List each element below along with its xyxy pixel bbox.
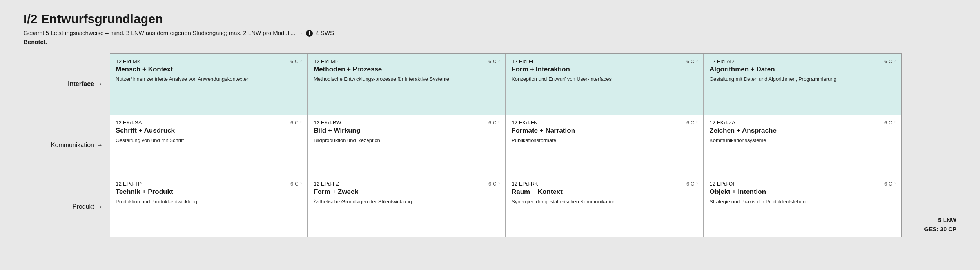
subtitle-arrow: →	[297, 29, 305, 36]
card-cp-ekd-bw: 6 CP	[488, 120, 500, 126]
card-cp-eid-mk: 6 CP	[290, 58, 302, 64]
card-epd-fz: 12 EPd-FZ 6 CP Form + Zweck Ästhetische …	[308, 176, 506, 237]
card-eid-mp: 12 EId-MP 6 CP Methoden + Prozesse Metho…	[308, 54, 506, 115]
card-desc-epd-fz: Ästhetische Grundlagen der Stilentwicklu…	[314, 198, 500, 206]
card-code-ekd-fn: 12 EKd-FN	[512, 120, 538, 126]
card-code-ekd-za: 12 EKd-ZA	[710, 120, 735, 126]
summary-lnw: 5 LNW	[924, 216, 956, 225]
card-desc-eid-fi: Konzeption und Entwurf von User-Interfac…	[512, 76, 698, 83]
card-cp-eid-fi: 6 CP	[686, 58, 698, 64]
card-eid-fi: 12 EId-FI 6 CP Form + Interaktion Konzep…	[506, 54, 704, 115]
label-produkt: Produkt →	[24, 176, 110, 237]
card-code-eid-fi: 12 EId-FI	[512, 58, 534, 64]
card-ekd-za: 12 EKd-ZA 6 CP Zeichen + Ansprache Kommu…	[704, 115, 901, 176]
card-desc-epd-oi: Strategie und Praxis der Produktentstehu…	[710, 198, 896, 206]
card-code-epd-fz: 12 EPd-FZ	[314, 181, 339, 187]
card-title-eid-mk: Mensch + Kontext	[116, 66, 302, 73]
card-ekd-sa: 12 EKd-SA 6 CP Schrift + Ausdruck Gestal…	[110, 115, 308, 176]
card-eid-ad: 12 EId-AD 6 CP Algorithmen + Daten Gesta…	[704, 54, 901, 115]
header: I/2 Entwurfsgrundlagen Gesamt 5 Leistung…	[24, 12, 956, 46]
subtitle: Gesamt 5 Leistungsnachweise – mind. 3 LN…	[24, 29, 956, 46]
cards-kommunikation: 12 EKd-SA 6 CP Schrift + Ausdruck Gestal…	[110, 115, 902, 176]
card-cp-epd-oi: 6 CP	[884, 181, 896, 187]
arrow-kommunikation: →	[96, 142, 103, 149]
card-title-ekd-za: Zeichen + Ansprache	[710, 127, 896, 135]
card-title-epd-rk: Raum + Kontext	[512, 188, 698, 196]
card-code-epd-tp: 12 EPd-TP	[116, 181, 142, 187]
card-desc-ekd-sa: Gestaltung von und mit Schrift	[116, 137, 302, 144]
summary-column: 5 LNW GES: 30 CP	[902, 53, 956, 237]
card-code-eid-ad: 12 EId-AD	[710, 58, 734, 64]
card-title-epd-fz: Form + Zweck	[314, 188, 500, 196]
card-title-eid-fi: Form + Interaktion	[512, 66, 698, 73]
card-title-ekd-fn: Formate + Narration	[512, 127, 698, 135]
label-interface: Interface →	[24, 53, 110, 115]
content-rows: Interface → 12 EId-MK 6 CP Mensch + Kont…	[24, 53, 902, 237]
subtitle-text: Gesamt 5 Leistungsnachweise – mind. 3 LN…	[24, 29, 296, 36]
card-desc-ekd-bw: Bildproduktion und Rezeption	[314, 137, 500, 144]
row-interface: Interface → 12 EId-MK 6 CP Mensch + Kont…	[24, 53, 902, 115]
card-epd-oi: 12 EPd-OI 6 CP Objekt + Intention Strate…	[704, 176, 901, 237]
card-ekd-bw: 12 EKd-BW 6 CP Bild + Wirkung Bildproduk…	[308, 115, 506, 176]
arrow-interface: →	[96, 80, 103, 88]
card-code-ekd-sa: 12 EKd-SA	[116, 120, 142, 126]
page-container: I/2 Entwurfsgrundlagen Gesamt 5 Leistung…	[0, 0, 980, 270]
card-code-line-eid-mk: 12 EId-MK 6 CP	[116, 58, 302, 64]
card-desc-eid-mk: Nutzer*innen zentrierte Analyse von Anwe…	[116, 76, 302, 83]
subtitle-sws: 4 SWS	[316, 29, 334, 36]
card-code-eid-mp: 12 EId-MP	[314, 58, 339, 64]
card-ekd-fn: 12 EKd-FN 6 CP Formate + Narration Publi…	[506, 115, 704, 176]
card-title-ekd-sa: Schrift + Ausdruck	[116, 127, 302, 135]
card-title-epd-oi: Objekt + Intention	[710, 188, 896, 196]
card-cp-ekd-sa: 6 CP	[290, 120, 302, 126]
card-cp-epd-fz: 6 CP	[488, 181, 500, 187]
card-code-epd-rk: 12 EPd-RK	[512, 181, 538, 187]
summary-text: 5 LNW GES: 30 CP	[924, 216, 956, 234]
card-desc-eid-mp: Methodische Entwicklungs-prozesse für in…	[314, 76, 500, 83]
page-title: I/2 Entwurfsgrundlagen	[24, 12, 956, 26]
card-cp-epd-rk: 6 CP	[686, 181, 698, 187]
card-desc-ekd-za: Kommunikationssysteme	[710, 137, 896, 144]
main-layout: Interface → 12 EId-MK 6 CP Mensch + Kont…	[24, 53, 956, 237]
summary-ges: GES: 30 CP	[924, 225, 956, 234]
card-desc-epd-tp: Produktion und Produkt-entwicklung	[116, 198, 302, 206]
card-cp-eid-mp: 6 CP	[488, 58, 500, 64]
subtitle-grade: Benotet.	[24, 38, 47, 45]
card-code-ekd-bw: 12 EKd-BW	[314, 120, 341, 126]
card-cp-ekd-fn: 6 CP	[686, 120, 698, 126]
card-epd-tp: 12 EPd-TP 6 CP Technik + Produkt Produkt…	[110, 176, 308, 237]
card-title-ekd-bw: Bild + Wirkung	[314, 127, 500, 135]
card-cp-epd-tp: 6 CP	[290, 181, 302, 187]
card-title-eid-mp: Methoden + Prozesse	[314, 66, 500, 73]
card-cp-eid-ad: 6 CP	[884, 58, 896, 64]
card-epd-rk: 12 EPd-RK 6 CP Raum + Kontext Synergien …	[506, 176, 704, 237]
card-desc-ekd-fn: Publikationsformate	[512, 137, 698, 144]
card-cp-ekd-za: 6 CP	[884, 120, 896, 126]
card-title-eid-ad: Algorithmen + Daten	[710, 66, 896, 73]
card-desc-eid-ad: Gestaltung mit Daten und Algorithmen, Pr…	[710, 76, 896, 83]
row-kommunikation: Kommunikation → 12 EKd-SA 6 CP Schrift +…	[24, 115, 902, 176]
row-produkt: Produkt → 12 EPd-TP 6 CP Technik + Produ…	[24, 176, 902, 237]
card-eid-mk: 12 EId-MK 6 CP Mensch + Kontext Nutzer*i…	[110, 54, 308, 115]
label-kommunikation: Kommunikation →	[24, 115, 110, 176]
cards-produkt: 12 EPd-TP 6 CP Technik + Produkt Produkt…	[110, 176, 902, 237]
card-title-epd-tp: Technik + Produkt	[116, 188, 302, 196]
card-code-epd-oi: 12 EPd-OI	[710, 181, 734, 187]
card-desc-epd-rk: Synergien der gestalterischen Kommunikat…	[512, 198, 698, 206]
cards-interface: 12 EId-MK 6 CP Mensch + Kontext Nutzer*i…	[110, 53, 902, 115]
card-code-eid-mk: 12 EId-MK	[116, 58, 141, 64]
arrow-produkt: →	[96, 203, 103, 210]
info-icon[interactable]: i	[306, 30, 313, 37]
